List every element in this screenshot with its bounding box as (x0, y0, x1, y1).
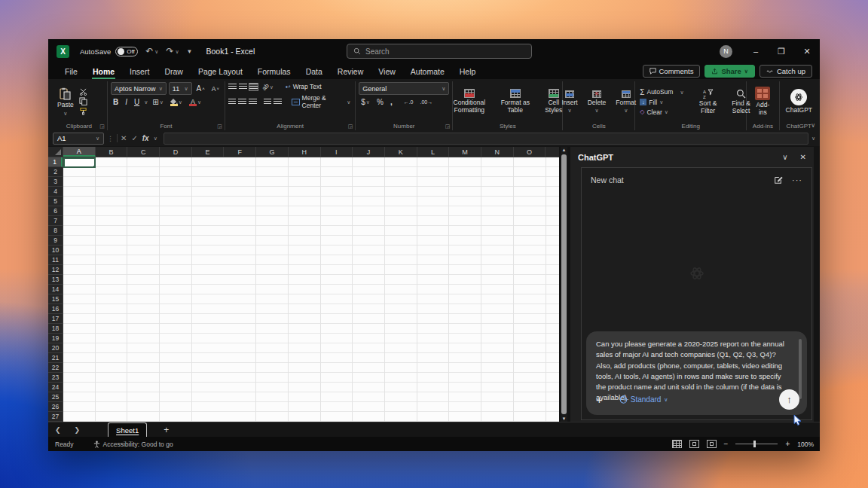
row-header-27[interactable]: 27 (48, 412, 63, 422)
zoom-slider-thumb[interactable] (753, 441, 756, 447)
row-header-7[interactable]: 7 (48, 216, 63, 226)
formula-bar-grip[interactable]: ⋮ (107, 135, 114, 142)
clear-button[interactable]: ◇ Clear ∨ (638, 108, 685, 117)
paste-button[interactable]: Paste ∨ (54, 86, 77, 117)
column-header-l[interactable]: L (417, 147, 450, 157)
autosave-toggle[interactable]: Off (115, 47, 138, 56)
tab-automate[interactable]: Automate (403, 65, 452, 78)
wrap-text-button[interactable]: ↩ Wrap Text (284, 82, 323, 91)
more-options-icon[interactable]: ··· (792, 175, 802, 185)
decrease-decimal-icon[interactable]: .00→ (418, 99, 436, 105)
row-header-20[interactable]: 20 (48, 343, 63, 353)
bold-button[interactable]: B (111, 97, 121, 107)
page-break-view-icon[interactable] (707, 440, 717, 448)
user-avatar[interactable]: N (720, 45, 732, 58)
dialog-launcher-icon[interactable]: ◲ (99, 124, 105, 130)
tab-help[interactable]: Help (452, 65, 484, 78)
search-box[interactable] (347, 44, 532, 59)
column-header-k[interactable]: K (385, 147, 417, 157)
row-header-18[interactable]: 18 (48, 324, 63, 334)
zoom-in-icon[interactable]: + (785, 440, 790, 448)
insert-function-icon[interactable]: fx (142, 134, 149, 142)
column-header-m[interactable]: M (449, 147, 481, 157)
next-sheet-icon[interactable]: ❯ (68, 426, 87, 434)
row-header-6[interactable]: 6 (48, 206, 63, 216)
zoom-out-icon[interactable]: − (724, 440, 729, 448)
chatgpt-ribbon-button[interactable]: ChatGPT (783, 82, 815, 121)
panel-close-icon[interactable]: ✕ (800, 153, 806, 161)
align-right-icon[interactable] (249, 99, 257, 105)
conditional-formatting-button[interactable]: Conditional Formatting (447, 87, 492, 116)
cut-icon[interactable] (79, 88, 87, 96)
tab-page-layout[interactable]: Page Layout (191, 65, 250, 78)
tab-home[interactable]: Home (85, 65, 122, 78)
merge-center-button[interactable]: Merge & Center ∨ (290, 93, 353, 110)
tab-draw[interactable]: Draw (157, 65, 191, 78)
column-header-e[interactable]: E (192, 147, 225, 157)
align-center-icon[interactable] (238, 99, 246, 105)
restore-button[interactable]: ❐ (769, 39, 794, 63)
comma-style-icon[interactable]: , (388, 97, 395, 107)
undo-button[interactable]: ↶∨ (145, 46, 158, 56)
accessibility-status[interactable]: Accessibility: Good to go (93, 441, 173, 448)
align-top-icon[interactable] (228, 84, 237, 90)
column-header-j[interactable]: J (353, 147, 385, 157)
font-size-select[interactable]: 11∨ (169, 82, 192, 95)
fill-button[interactable]: ↓ Fill ∨ (638, 98, 685, 107)
attach-button[interactable]: + (596, 393, 603, 406)
row-header-22[interactable]: 22 (48, 363, 63, 373)
sort-filter-button[interactable]: AZ Sort & Filter (692, 87, 724, 117)
tab-file[interactable]: File (57, 65, 85, 78)
row-header-4[interactable]: 4 (48, 187, 63, 197)
quick-access-toolbar-icon[interactable]: ▼ (187, 48, 193, 55)
sheet-tab-sheet1[interactable]: Sheet1 (108, 422, 147, 437)
row-header-3[interactable]: 3 (48, 177, 63, 187)
name-box[interactable]: A1 ∨ (53, 133, 104, 145)
row-header-15[interactable]: 15 (48, 294, 63, 304)
tab-data[interactable]: Data (298, 65, 330, 78)
minimize-button[interactable]: – (743, 39, 769, 63)
row-header-16[interactable]: 16 (48, 304, 63, 314)
dialog-launcher-icon[interactable]: ◲ (348, 124, 353, 130)
share-button[interactable]: Share ∨ (704, 65, 755, 78)
decrease-font-icon[interactable]: A˅ (209, 84, 222, 93)
align-bottom-icon[interactable] (249, 84, 258, 90)
row-header-9[interactable]: 9 (48, 236, 63, 246)
send-button[interactable]: ↑ (779, 389, 799, 410)
font-name-select[interactable]: Aptos Narrow∨ (111, 82, 167, 95)
panel-collapse-icon[interactable]: ∨ (782, 153, 787, 161)
underline-button[interactable]: U (132, 97, 142, 107)
close-button[interactable]: ✕ (794, 39, 820, 63)
row-header-8[interactable]: 8 (48, 226, 63, 236)
row-header-11[interactable]: 11 (48, 255, 63, 265)
row-header-14[interactable]: 14 (48, 285, 63, 294)
insert-cells-button[interactable]: Insert ∨ (558, 89, 580, 115)
model-selector[interactable]: Standard ∨ (619, 395, 668, 404)
redo-button[interactable]: ↷∨ (166, 46, 179, 56)
orientation-icon[interactable]: ab∨ (260, 83, 276, 91)
row-header-24[interactable]: 24 (48, 383, 63, 392)
row-header-25[interactable]: 25 (48, 392, 63, 402)
row-header-2[interactable]: 2 (48, 167, 63, 177)
column-header-o[interactable]: O (514, 147, 546, 157)
row-header-10[interactable]: 10 (48, 246, 63, 255)
currency-icon[interactable]: $∨ (359, 97, 372, 107)
percent-icon[interactable]: % (374, 97, 386, 107)
selected-cell-a1[interactable] (63, 157, 96, 168)
format-as-table-button[interactable]: Format as Table (497, 87, 534, 116)
fill-color-icon[interactable]: ∨ (168, 98, 185, 107)
dialog-launcher-icon[interactable]: ◲ (445, 124, 451, 130)
addins-button[interactable]: Add-ins (750, 82, 775, 121)
cell-grid[interactable] (63, 157, 559, 422)
row-header-1[interactable]: 1 (48, 157, 63, 167)
italic-button[interactable]: I (123, 97, 130, 107)
column-header-f[interactable]: F (224, 147, 256, 157)
decrease-indent-icon[interactable] (264, 99, 272, 105)
increase-decimal-icon[interactable]: ←.0 (402, 99, 416, 105)
dialog-launcher-icon[interactable]: ◲ (217, 124, 222, 130)
row-header-12[interactable]: 12 (48, 265, 63, 275)
copy-icon[interactable] (79, 97, 87, 105)
scroll-up-icon[interactable]: ▲ (562, 147, 567, 153)
expand-formula-bar-icon[interactable]: ∨ (811, 136, 815, 141)
increase-indent-icon[interactable] (274, 99, 282, 105)
